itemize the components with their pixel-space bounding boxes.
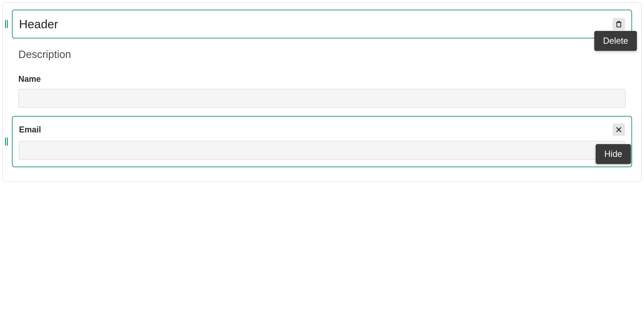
email-input[interactable] — [19, 141, 625, 160]
trash-icon — [615, 20, 623, 28]
hide-tooltip: Hide — [596, 144, 631, 164]
form-container: Header Delete Description Name — [2, 2, 642, 182]
drag-handle-icon[interactable] — [5, 138, 8, 146]
drag-handle-icon[interactable] — [5, 20, 8, 28]
delete-tooltip: Delete — [594, 31, 637, 51]
name-field-block: Name — [12, 74, 632, 108]
hide-button[interactable] — [612, 124, 625, 136]
email-section-block: Email Hide — [12, 116, 632, 167]
header-selected-outline[interactable]: Header Delete — [12, 10, 632, 38]
header-section-block: Header Delete — [12, 10, 632, 38]
header-title[interactable]: Header — [19, 17, 58, 31]
email-selected-outline[interactable]: Email Hide — [12, 116, 632, 167]
email-label: Email — [19, 125, 41, 134]
name-label: Name — [18, 74, 626, 84]
name-input[interactable] — [18, 89, 626, 108]
delete-button[interactable] — [612, 18, 625, 30]
close-icon — [615, 126, 623, 134]
description-text[interactable]: Description — [18, 48, 632, 60]
